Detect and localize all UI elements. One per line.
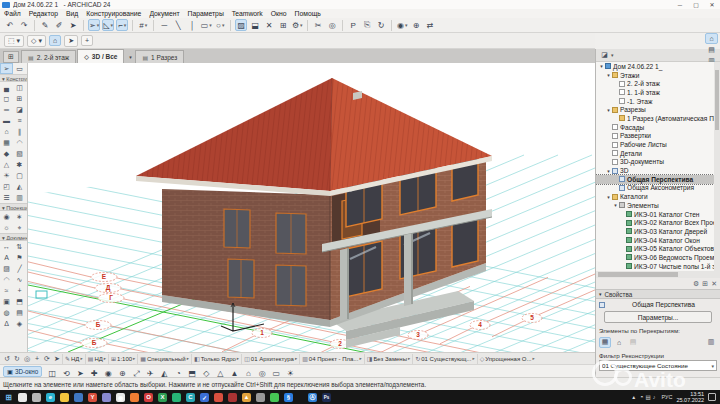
tree-item[interactable]: ▾3D [596,166,720,175]
trim-icon[interactable]: ▨ [235,19,247,31]
tree-item[interactable]: ИКЭ-06 Ведомость Проемов [596,253,720,262]
rebuild-icon[interactable]: ↻ [375,19,387,31]
tab-list-dropdown[interactable]: ▾ [125,51,135,63]
teamwork-exchange-icon[interactable]: ⇄ [424,19,436,31]
change-tool[interactable]: Δ [0,318,13,329]
taskbar-app-photoshop[interactable]: Ps [322,393,331,402]
view-settings-icon[interactable]: ⚙ [693,280,699,288]
spline-tool[interactable]: ≈ [0,285,13,296]
taskbar-app-app-red[interactable] [214,393,223,402]
project-map-icon[interactable]: ⌂ [705,33,718,44]
zoom-next-icon[interactable]: ↻ [12,354,22,364]
marquee-tool[interactable]: ▭ [13,63,26,74]
renovation-filter-select[interactable]: 01 Существующее Состояние ▾ [599,360,717,371]
fill-tool[interactable]: ▨ [0,263,13,274]
axis-bubble[interactable]: Б [85,321,111,330]
sun-tool[interactable]: ☼ [0,222,13,233]
parameters-pen-icon[interactable]: ✎ [39,19,51,31]
axis-bubble[interactable]: 5 [522,314,542,323]
shadows-on-icon[interactable]: ▲ [228,368,240,378]
tree-item[interactable]: ▾Разрезы [596,105,720,114]
guide-line-icon[interactable]: ─ [158,19,170,31]
morph-tool[interactable]: ◆ [0,148,13,159]
arc-tool[interactable]: ◠ [0,274,13,285]
axis-bubble[interactable]: Д [95,284,121,293]
menu-item[interactable]: Документ [145,10,183,17]
guide-set[interactable]: ◇ ▾ [27,35,46,47]
panel-tool[interactable]: ▥ [13,192,26,203]
beam-tool[interactable]: ═ [0,104,13,115]
menu-item[interactable]: Teamwork [228,10,267,17]
equipment-tool[interactable]: ◰ [0,181,13,192]
settings-icon[interactable]: ⚙▾ [291,19,303,31]
zoom-selection-icon[interactable]: ◎ [326,19,338,31]
shell-tool[interactable]: ◠ [13,137,26,148]
expander-icon[interactable]: ▾ [605,107,612,113]
open-folder-icon[interactable]: ▥ [705,337,717,348]
taskbar-clock[interactable]: 13:51 25.07.2022 [676,391,704,403]
stair-tool[interactable]: ≡ [13,115,26,126]
figure-tool[interactable]: ▣ [0,296,13,307]
layer-set-dropdown[interactable]: ▤НД▸ [85,354,108,364]
snap-point-icon[interactable]: │ [186,19,198,31]
window-close-button[interactable]: ✕ [704,1,720,8]
tree-item[interactable]: Рабочие Листы [596,140,720,149]
render-icon[interactable]: ▭ [270,368,282,378]
polyline-tool[interactable]: ∿ [13,274,26,285]
split-icon[interactable]: ⬓ [249,19,261,31]
look-to-icon[interactable]: ◉ [102,368,114,378]
copy-settings-icon[interactable]: ⎘ [361,19,373,31]
fit-view-icon[interactable]: ⊕ [116,368,128,378]
delete-icon[interactable]: ✕ [263,19,275,31]
railing-tool[interactable]: ∥ [13,126,26,137]
home-story[interactable]: ⌂ [49,35,61,46]
tray-chevron-icon[interactable]: ▲ [631,394,636,400]
tree-item[interactable]: ▾Элементы [596,201,720,210]
taskbar-app-search[interactable] [18,393,27,402]
tree-item[interactable]: 3D-документы [596,158,720,167]
worksheet-tool[interactable]: ▤ [13,307,26,318]
menu-item[interactable]: Параметры [184,10,228,17]
orbit-3d-icon[interactable]: ◎ [256,368,268,378]
link-icon[interactable]: ⊕ [410,19,422,31]
section-3d-icon[interactable]: ◔ [172,368,184,378]
3d-style-dropdown[interactable]: ◇Упрощенная О...▸ [477,354,537,364]
expander-icon[interactable]: ▾ [605,168,612,174]
door-tool[interactable]: ◻ [0,93,13,104]
orbit-icon[interactable]: ⟳ [42,354,52,364]
tree-item[interactable]: ИКЭ-04 Каталог Окон [596,236,720,245]
snap-guide-icon[interactable]: ╲ [172,19,184,31]
tab-3D / Все[interactable]: ◇3D / Все [77,49,124,63]
opening-tool[interactable]: ▢ [13,170,26,181]
taskbar-app-opera[interactable]: O [144,393,153,402]
tree-item[interactable]: ▾Дом 24.06.22 1_ [596,62,720,71]
partial-structure-dropdown[interactable]: ◧Только Ядро▸ [191,354,241,364]
taskbar-app-app-dark-red[interactable] [228,393,237,402]
add-camera-icon[interactable]: ✚ [88,368,100,378]
menu-item[interactable]: Окно [267,10,291,17]
zone-tool[interactable]: ▧ [13,148,26,159]
tree-item[interactable]: ▾Этажи [596,71,720,80]
tree-item[interactable]: 1 Разрез (Автоматическая Перестраиваемая… [596,114,720,123]
layer-combination-dropdown[interactable]: ◫01 Архитектура▸ [241,354,299,364]
hotspot-tool[interactable]: + [13,285,26,296]
taskbar-app-mail[interactable] [74,393,83,402]
project-chooser-arrow[interactable]: ▾ [611,52,614,58]
scissors-icon[interactable]: ✂ [312,19,324,31]
sun-settings-icon[interactable]: ☀ [284,368,296,378]
pen-p-icon[interactable]: P [347,19,359,31]
cutaway-icon[interactable]: ◭ [158,368,170,378]
taskbar-app-app-blue[interactable]: § [284,393,293,402]
line-tool[interactable]: ╱ [13,263,26,274]
menu-item[interactable]: Файл [0,10,25,17]
menu-item[interactable]: Помощь [291,10,325,17]
pan-icon[interactable]: + [32,354,42,364]
wall-tool[interactable]: ▄ [0,82,13,93]
renovation-filter-dropdown[interactable]: ↻01 Существующ...▸ [412,354,476,364]
zoom-extent-icon[interactable]: ⤢ [130,368,142,377]
zoom-prev-icon[interactable]: ↺ [2,354,12,364]
marker-tool[interactable]: ◈ [13,318,26,329]
tree-item[interactable]: ИКЭ-02 Каталог Всех Проемов [596,218,720,227]
toolbox-section-header[interactable]: ▾ Документирование [0,233,27,241]
menu-item[interactable]: Редактор [25,10,62,17]
